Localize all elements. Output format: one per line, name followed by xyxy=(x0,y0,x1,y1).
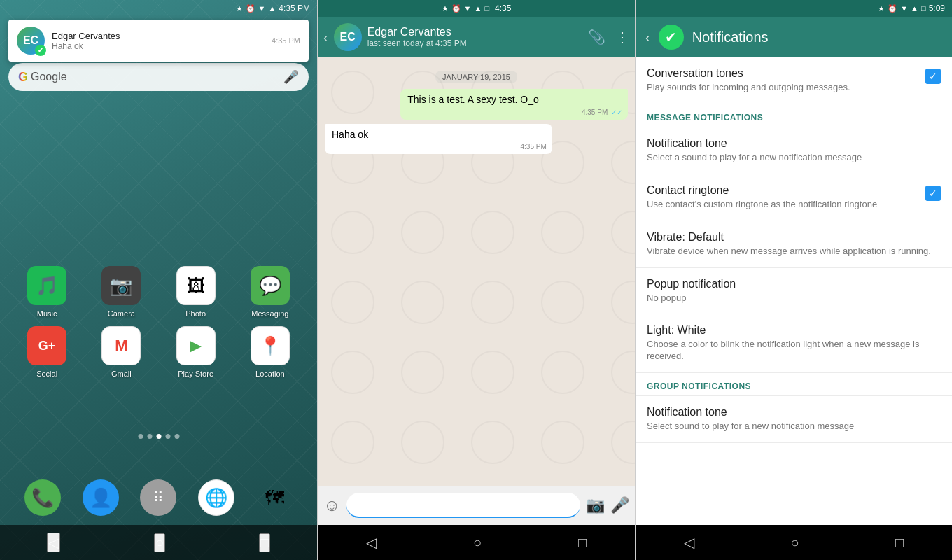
app-messaging[interactable]: 💬 Messaging xyxy=(237,266,303,318)
settings-battery-icon: □ xyxy=(921,4,926,13)
dot-4 xyxy=(165,434,170,439)
chat-battery-icon: □ xyxy=(484,4,489,13)
chat-input-bar: ☺ 📷 🎤 xyxy=(318,486,635,525)
app-photos-label: Photo xyxy=(186,309,206,318)
dock-chrome[interactable]: 🌐 xyxy=(198,479,234,516)
settings-screen: ★ ⏰ ▼ ▲ □ 5:09 ‹ ✔ Notifications Convers… xyxy=(635,0,952,560)
camera-input-icon[interactable]: 📷 xyxy=(586,496,605,514)
contact-ringtone-checkbox[interactable]: ✓ xyxy=(925,186,941,201)
settings-conversation-tones[interactable]: Conversation tones Play sounds for incom… xyxy=(636,57,952,104)
camera-icon: 📷 xyxy=(102,266,141,305)
mic-input-icon[interactable]: 🎤 xyxy=(610,496,629,514)
settings-group-notification-tone[interactable]: Notification tone Select sound to play f… xyxy=(636,396,952,443)
light-title: Light: White xyxy=(647,324,934,337)
app-social[interactable]: G+ Social xyxy=(14,326,80,378)
app-play[interactable]: ▶ Play Store xyxy=(163,326,229,378)
home-status-bar: ★ ⏰ ▼ ▲ 4:35 PM xyxy=(0,0,317,17)
home-button[interactable]: ○ xyxy=(154,533,165,552)
settings-popup[interactable]: Popup notification No popup xyxy=(636,268,952,315)
chat-star-icon: ★ xyxy=(442,4,449,13)
notification-card[interactable]: EC ✔ Edgar Cervantes Haha ok 4:35 PM xyxy=(8,20,309,62)
dot-2 xyxy=(147,434,152,439)
notif-content: Edgar Cervantes Haha ok xyxy=(52,31,265,51)
app-music-label: Music xyxy=(37,309,57,318)
star-icon: ★ xyxy=(236,4,243,13)
vibrate-desc: Vibrate device when new message arrives … xyxy=(647,246,934,258)
chat-contact-info: Edgar Cervantes last seen today at 4:35 … xyxy=(368,26,582,48)
play-icon: ▶ xyxy=(176,326,216,365)
chat-nav-bar: ◁ ○ □ xyxy=(318,525,635,560)
home-screen: ★ ⏰ ▼ ▲ 4:35 PM EC ✔ Edgar Cervantes Hah… xyxy=(0,0,317,560)
back-button[interactable]: ◁ xyxy=(47,533,60,552)
date-label: JANUARY 19, 2015 xyxy=(435,71,517,83)
notif-message: Haha ok xyxy=(52,41,265,51)
app-gmail[interactable]: M Gmail xyxy=(88,326,154,378)
attach-icon[interactable]: 📎 xyxy=(588,29,606,46)
chat-back-icon[interactable]: ‹ xyxy=(323,29,328,46)
settings-content: Conversation tones Play sounds for incom… xyxy=(636,57,952,525)
settings-vibrate[interactable]: Vibrate: Default Vibrate device when new… xyxy=(636,221,952,268)
settings-back-button[interactable]: ◁ xyxy=(684,534,694,551)
app-gmail-label: Gmail xyxy=(111,370,132,378)
recents-button[interactable]: □ xyxy=(259,533,270,552)
app-location[interactable]: 📍 Location xyxy=(237,326,303,378)
notif-sender: Edgar Cervantes xyxy=(52,31,265,41)
mic-icon[interactable]: 🎤 xyxy=(284,69,299,85)
alarm-icon: ⏰ xyxy=(246,4,255,13)
dock-launcher[interactable]: ⠿ xyxy=(140,479,176,516)
notification-tone-title: Notification tone xyxy=(647,137,934,150)
chat-contact-avatar[interactable]: EC xyxy=(334,23,362,51)
chat-recents-button[interactable]: □ xyxy=(578,535,587,551)
conversation-tones-title: Conversation tones xyxy=(647,67,918,80)
chat-contact-name: Edgar Cervantes xyxy=(368,26,582,38)
chat-messages: JANUARY 19, 2015 This is a test. A sexy … xyxy=(318,57,635,486)
chat-header: ‹ EC Edgar Cervantes last seen today at … xyxy=(318,17,635,57)
app-music[interactable]: 🎵 Music xyxy=(14,266,80,318)
settings-star-icon: ★ xyxy=(878,4,885,13)
emoji-icon[interactable]: ☺ xyxy=(323,496,341,515)
settings-time: 5:09 xyxy=(929,4,945,13)
settings-signal-icon: ▲ xyxy=(911,4,918,13)
dock-contacts[interactable]: 👤 xyxy=(83,479,119,516)
wa-badge: ✔ xyxy=(35,45,46,56)
app-grid: 🎵 Music 📷 Camera 🖼 Photo 💬 Messaging G+ … xyxy=(0,266,317,378)
chat-back-button[interactable]: ◁ xyxy=(366,534,377,551)
settings-notification-tone[interactable]: Notification tone Select a sound to play… xyxy=(636,127,952,174)
contact-ringtone-title: Contact ringtone xyxy=(647,184,918,197)
message-sent-1: This is a test. A sexy test. O_o 4:35 PM… xyxy=(400,89,628,120)
google-search-bar[interactable]: G Google 🎤 xyxy=(8,63,309,91)
dock-maps[interactable]: 🗺 xyxy=(256,479,293,516)
settings-contact-ringtone[interactable]: Contact ringtone Use contact's custom ri… xyxy=(636,174,952,221)
popup-text: Popup notification No popup xyxy=(647,278,941,304)
msg-time-received: 4:35 PM xyxy=(521,142,547,152)
wifi-icon: ▼ xyxy=(258,4,266,13)
light-text: Light: White Choose a color to blink the… xyxy=(647,324,941,363)
more-icon[interactable]: ⋮ xyxy=(615,29,629,46)
settings-light[interactable]: Light: White Choose a color to blink the… xyxy=(636,314,952,373)
notification-tone-text: Notification tone Select a sound to play… xyxy=(647,137,941,164)
contact-ringtone-desc: Use contact's custom ringtone as the not… xyxy=(647,199,918,211)
home-time: 4:35 PM xyxy=(279,4,310,13)
search-label: Google xyxy=(31,71,284,83)
message-received-1: Haha ok 4:35 PM xyxy=(325,124,552,155)
app-camera[interactable]: 📷 Camera xyxy=(88,266,154,318)
settings-recents-button[interactable]: □ xyxy=(895,535,904,551)
chat-home-button[interactable]: ○ xyxy=(473,535,482,551)
popup-desc: No popup xyxy=(647,293,934,304)
app-photos[interactable]: 🖼 Photo xyxy=(163,266,229,318)
conversation-tones-checkbox[interactable]: ✓ xyxy=(925,69,941,84)
app-dock: 📞 👤 ⠿ 🌐 🗺 xyxy=(0,474,317,522)
group-notification-tone-title: Notification tone xyxy=(647,406,934,419)
group-notification-tone-desc: Select sound to play for a new notificat… xyxy=(647,421,934,433)
chat-time: 4:35 xyxy=(495,4,511,13)
signal-icon: ▲ xyxy=(268,4,276,13)
settings-home-button[interactable]: ○ xyxy=(790,535,799,551)
settings-back-icon[interactable]: ‹ xyxy=(645,29,650,46)
dock-phone[interactable]: 📞 xyxy=(24,479,61,516)
settings-nav-bar: ◁ ○ □ xyxy=(636,525,952,560)
chat-signal-icon: ▲ xyxy=(474,4,482,13)
chat-text-input[interactable] xyxy=(346,493,580,518)
contact-ringtone-text: Contact ringtone Use contact's custom ri… xyxy=(647,184,925,211)
settings-page-title: Notifications xyxy=(692,29,769,46)
maps-icon: 🗺 xyxy=(256,479,293,516)
